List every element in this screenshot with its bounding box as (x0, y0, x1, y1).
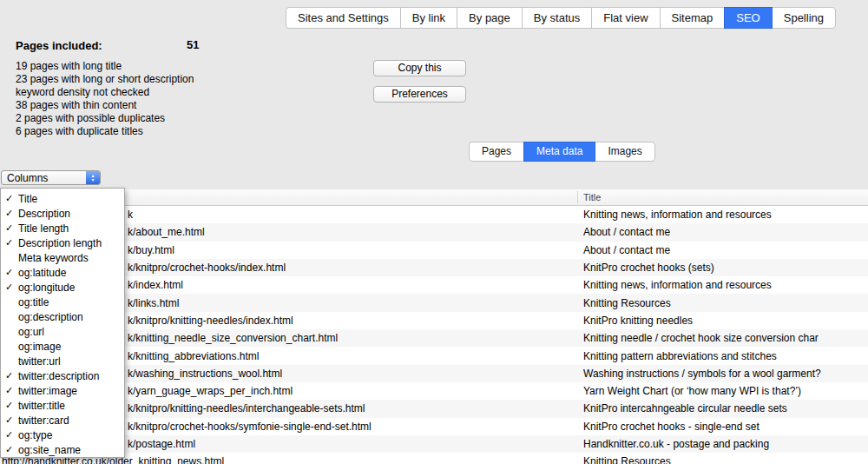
menu-item-label: og:site_name (18, 444, 81, 456)
columns-menu-item[interactable]: ✓ Title (1, 191, 124, 206)
row-title: Knitting news, information and resources (583, 209, 772, 221)
menu-item-label: twitter:card (18, 414, 69, 427)
copy-this-button[interactable]: Copy this (373, 60, 466, 76)
row-url: k/knitpro/knitting-needles/interchangeab… (128, 402, 365, 414)
menu-item-label: Meta keywords (18, 252, 89, 264)
seo-stats-list: 19 pages with long title 23 pages with l… (16, 60, 194, 138)
tab-spelling[interactable]: Spelling (772, 7, 836, 29)
table-row[interactable]: k/washing_instructions_wool.html Washing… (0, 365, 868, 382)
table-row[interactable]: k/knitpro/crochet-hooks/symfonie-single-… (0, 418, 868, 435)
columns-menu-item[interactable]: og:url (1, 324, 124, 339)
columns-menu-item[interactable]: og:title (1, 295, 124, 309)
table-row[interactable]: k/index.html Knitting news, information … (0, 276, 868, 294)
columns-menu-item[interactable]: og:description (1, 309, 124, 324)
table-row[interactable]: k/knitpro/crochet-hooks/index.html KnitP… (0, 259, 868, 276)
columns-popup-button[interactable]: Columns ▲▼ (1, 170, 101, 185)
row-title: Knitting needle / crochet hook size conv… (583, 332, 819, 344)
tab-by-link[interactable]: By link (400, 7, 457, 29)
tab-by-page[interactable]: By page (457, 7, 523, 29)
stat-description-length: 23 pages with long or short description (16, 73, 194, 86)
row-url: k/about_me.html (128, 226, 205, 238)
table-row[interactable]: k/knitpro/knitting-needles/interchangeab… (0, 400, 868, 417)
row-title: Knitting Resources (583, 297, 671, 309)
row-title: Knitting Resources (583, 455, 671, 464)
checkmark-icon: ✓ (1, 267, 18, 278)
row-url: k/yarn_guage_wraps_per_inch.html (128, 385, 293, 397)
row-url: k/knitting_abbreviations.html (128, 350, 259, 362)
table-row[interactable]: http://handknitter.co.uk/older_knitting_… (0, 453, 868, 464)
tab-images[interactable]: Images (595, 142, 654, 162)
row-title: About / contact me (583, 244, 670, 256)
columns-menu-item[interactable]: ✓ og:longitude (1, 280, 124, 295)
tab-sites-and-settings[interactable]: Sites and Settings (286, 7, 401, 29)
tab-by-status[interactable]: By status (522, 7, 592, 29)
row-url: k (128, 209, 133, 221)
row-url: k/washing_instructions_wool.html (128, 368, 282, 380)
table-row[interactable]: k/postage.html Handknitter.co.uk - posta… (0, 435, 868, 453)
row-url: k/knitpro/crochet-hooks/symfonie-single-… (128, 421, 372, 433)
columns-menu-item[interactable]: ✓ twitter:description (1, 368, 124, 383)
checkmark-icon: ✓ (1, 282, 18, 293)
checkmark-icon: ✓ (1, 208, 18, 219)
tab-seo[interactable]: SEO (724, 7, 772, 29)
table-row[interactable]: k/knitting_needle_size_conversion_chart.… (0, 329, 868, 347)
checkmark-icon: ✓ (1, 385, 18, 396)
tab-flat-view[interactable]: Flat view (591, 7, 660, 29)
pages-included-label: Pages included: (16, 39, 102, 52)
columns-menu-item[interactable]: Meta keywords (1, 250, 124, 265)
menu-item-label: og:url (18, 326, 44, 338)
columns-menu-item[interactable]: ✓ twitter:card (1, 413, 124, 428)
menu-item-label: og:image (18, 341, 61, 353)
menu-item-label: twitter:image (18, 385, 77, 397)
columns-menu-item[interactable]: ✓ twitter:image (1, 383, 124, 398)
menu-item-label: og:title (18, 296, 49, 308)
menu-item-label: Description length (18, 237, 102, 249)
columns-menu-item[interactable]: ✓ og:site_name (1, 442, 124, 457)
table-row[interactable]: k/buy.html About / contact me (0, 242, 868, 259)
checkmark-icon: ✓ (1, 400, 18, 411)
stat-possible-duplicates: 2 pages with possible duplicates (16, 112, 194, 125)
row-title: Washing instructions / symbols for a woo… (583, 368, 821, 380)
columns-menu-item[interactable]: ✓ twitter:title (1, 398, 124, 413)
row-url: k/knitpro/crochet-hooks/index.html (128, 262, 286, 274)
tab-meta-data[interactable]: Meta data (523, 142, 595, 162)
columns-menu: ✓ Title ✓ Description ✓ Title length ✓ D… (0, 188, 125, 458)
title-column-header[interactable]: Title (583, 192, 601, 202)
columns-menu-item[interactable]: twitter:url (1, 354, 124, 368)
row-title: Handknitter.co.uk - postage and packing (583, 438, 769, 450)
row-title: Yarn Weight Chart (or ‘how many WPI is t… (583, 385, 801, 397)
table-row[interactable]: k Knitting news, information and resourc… (0, 206, 868, 223)
menu-item-label: twitter:description (18, 370, 99, 382)
preferences-button[interactable]: Preferences (373, 86, 466, 103)
checkmark-icon: ✓ (1, 414, 18, 426)
table-row[interactable]: k/yarn_guage_wraps_per_inch.html Yarn We… (0, 382, 868, 400)
table-row[interactable]: k/knitting_abbreviations.html Knitting p… (0, 347, 868, 364)
row-title: Knitting pattern abbreviations and stitc… (583, 350, 777, 362)
columns-menu-item[interactable]: ✓ Description length (1, 235, 124, 250)
row-title: KnitPro crochet hooks (sets) (583, 262, 714, 274)
table-row[interactable]: k/knitpro/knitting-needles/index.html Kn… (0, 312, 868, 329)
checkmark-icon: ✓ (1, 444, 18, 455)
row-title: KnitPro intercahngeable circular needle … (583, 402, 787, 414)
tab-sitemap[interactable]: Sitemap (660, 7, 726, 29)
columns-menu-item[interactable]: ✓ og:type (1, 428, 124, 442)
table-header: Title (0, 189, 868, 206)
columns-menu-item[interactable]: ✓ og:latitude (1, 265, 124, 280)
row-url: k/postage.html (128, 438, 195, 450)
tab-pages[interactable]: Pages (469, 142, 524, 162)
checkmark-icon: ✓ (1, 222, 18, 234)
checkmark-icon: ✓ (1, 237, 18, 249)
row-url: k/links.html (128, 297, 179, 309)
row-title: KnitPro knitting needles (583, 315, 693, 327)
menu-item-label: og:type (18, 429, 52, 441)
popup-updown-arrows-icon: ▲▼ (86, 171, 100, 184)
menu-item-label: og:description (18, 311, 83, 323)
menu-item-label: Title (18, 193, 37, 205)
columns-menu-item[interactable]: ✓ Description (1, 206, 124, 221)
columns-menu-item[interactable]: og:image (1, 339, 124, 354)
stat-keyword-density: keyword density not checked (16, 86, 194, 99)
view-tab-bar: Pages Meta data Images (469, 142, 655, 162)
table-row[interactable]: k/links.html Knitting Resources (0, 294, 868, 311)
columns-menu-item[interactable]: ✓ Title length (1, 221, 124, 235)
table-row[interactable]: k/about_me.html About / contact me (0, 223, 868, 241)
